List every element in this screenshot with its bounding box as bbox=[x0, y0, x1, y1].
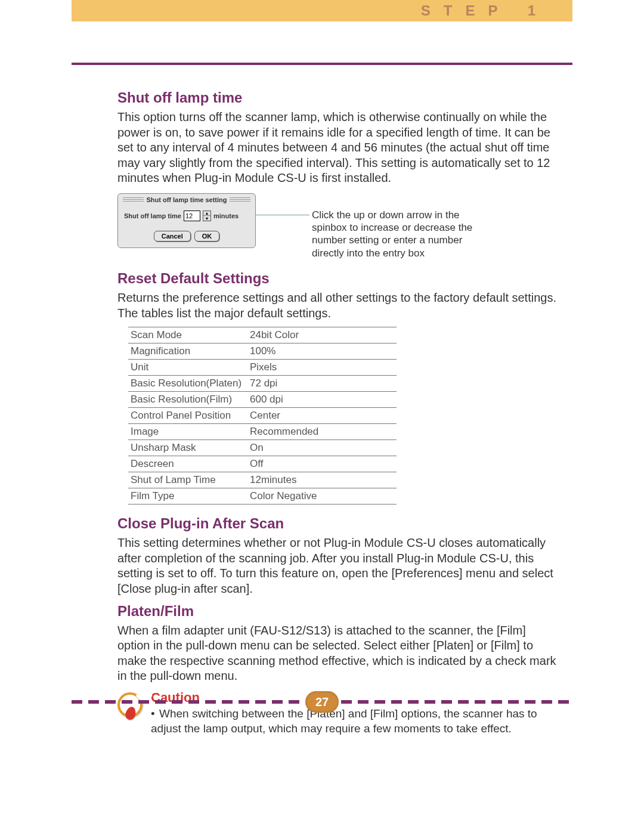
table-cell-key: Magnification bbox=[128, 343, 247, 360]
table-cell-key: Image bbox=[128, 424, 247, 440]
table-cell-value: 600 dpi bbox=[247, 392, 397, 408]
table-cell-value: 72 dpi bbox=[247, 376, 397, 392]
table-cell-value: 12minutes bbox=[247, 472, 397, 488]
table-cell-key: Descreen bbox=[128, 456, 247, 472]
table-cell-key: Film Type bbox=[128, 488, 247, 505]
table-cell-key: Control Panel Position bbox=[128, 408, 247, 424]
shutoff-dialog: Shut off lamp time setting Shut off lamp… bbox=[117, 193, 256, 248]
callout-line bbox=[253, 215, 309, 215]
platen-heading: Platen/Film bbox=[117, 603, 561, 620]
table-row: Unsharp MaskOn bbox=[128, 440, 397, 456]
dialog-title-stripe bbox=[230, 197, 250, 202]
page-footer: 27 bbox=[72, 691, 572, 713]
platen-body: When a film adapter unit (FAU-S12/S13) i… bbox=[117, 623, 561, 684]
table-cell-value: Recommended bbox=[247, 424, 397, 440]
table-row: Basic Resolution(Platen)72 dpi bbox=[128, 376, 397, 392]
dialog-title-stripe bbox=[123, 197, 144, 202]
defaults-table: Scan Mode24bit ColorMagnification100%Uni… bbox=[128, 327, 397, 505]
horizontal-rule bbox=[72, 63, 572, 65]
reset-body: Returns the preference settings and all … bbox=[117, 290, 561, 321]
dialog-field-label: Shut off lamp time bbox=[124, 212, 181, 219]
table-cell-key: Unsharp Mask bbox=[128, 440, 247, 456]
shutoff-body: This option turns off the scanner lamp, … bbox=[117, 110, 561, 186]
table-row: ImageRecommended bbox=[128, 424, 397, 440]
step-label: STEP 1 bbox=[421, 2, 549, 19]
spin-down-button[interactable]: ▼ bbox=[203, 216, 210, 221]
lamp-time-input[interactable] bbox=[184, 211, 200, 221]
page-number-badge: 27 bbox=[305, 691, 339, 713]
table-row: Scan Mode24bit Color bbox=[128, 327, 397, 343]
table-cell-value: Pixels bbox=[247, 360, 397, 376]
table-row: Shut of Lamp Time12minutes bbox=[128, 472, 397, 488]
table-cell-key: Unit bbox=[128, 360, 247, 376]
table-cell-key: Basic Resolution(Film) bbox=[128, 392, 247, 408]
dialog-title: Shut off lamp time setting bbox=[146, 196, 227, 203]
page-content: Shut off lamp time This option turns off… bbox=[117, 89, 561, 736]
ok-button[interactable]: OK bbox=[194, 231, 220, 242]
table-cell-value: 24bit Color bbox=[247, 327, 397, 343]
cancel-button[interactable]: Cancel bbox=[154, 231, 191, 242]
table-row: Basic Resolution(Film)600 dpi bbox=[128, 392, 397, 408]
shutoff-heading: Shut off lamp time bbox=[117, 89, 561, 106]
footer-dash-left bbox=[72, 700, 303, 704]
close-body: This setting determines whether or not P… bbox=[117, 536, 561, 596]
spin-buttons: ▲ ▼ bbox=[203, 211, 211, 221]
dialog-row: Shut off lamp time setting Shut off lamp… bbox=[117, 193, 561, 259]
table-row: Magnification100% bbox=[128, 343, 397, 360]
table-cell-key: Scan Mode bbox=[128, 327, 247, 343]
footer-dash-right bbox=[341, 700, 572, 704]
table-row: Control Panel PositionCenter bbox=[128, 408, 397, 424]
table-row: DescreenOff bbox=[128, 456, 397, 472]
table-row: Film TypeColor Negative bbox=[128, 488, 397, 505]
reset-heading: Reset Default Settings bbox=[117, 270, 561, 287]
callout-text: Click the up or down arrow in the spinbo… bbox=[309, 193, 482, 259]
table-cell-value: 100% bbox=[247, 343, 397, 360]
dialog-unit-label: minutes bbox=[213, 212, 239, 219]
table-cell-key: Basic Resolution(Platen) bbox=[128, 376, 247, 392]
table-cell-value: Color Negative bbox=[247, 488, 397, 505]
table-cell-value: On bbox=[247, 440, 397, 456]
spin-up-button[interactable]: ▲ bbox=[203, 211, 210, 216]
table-row: UnitPixels bbox=[128, 360, 397, 376]
close-heading: Close Plug-in After Scan bbox=[117, 515, 561, 532]
table-cell-value: Center bbox=[247, 408, 397, 424]
table-cell-key: Shut of Lamp Time bbox=[128, 472, 247, 488]
table-cell-value: Off bbox=[247, 456, 397, 472]
